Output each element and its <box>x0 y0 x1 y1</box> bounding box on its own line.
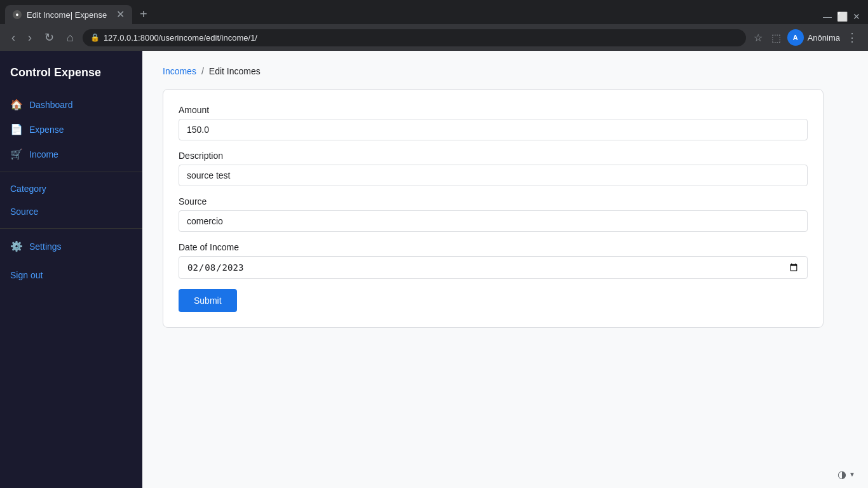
sidebar-item-dashboard[interactable]: 🏠 Dashboard <box>0 92 142 117</box>
breadcrumb-parent-link[interactable]: Incomes <box>163 66 196 76</box>
signout-label: Sign out <box>10 270 43 280</box>
sidebar-label-expense: Expense <box>29 125 64 135</box>
description-group: Description <box>179 151 808 186</box>
source-group: Source <box>179 196 808 232</box>
tab-favicon: ● <box>13 10 22 19</box>
sidebar-item-expense[interactable]: 📄 Expense <box>0 117 142 142</box>
breadcrumb: Incomes / Edit Incomes <box>163 66 848 76</box>
tab-title: Edit Income| Expense <box>27 10 111 20</box>
forward-button[interactable]: › <box>24 30 36 46</box>
breadcrumb-separator: / <box>201 66 204 76</box>
window-controls: — ⬜ ✕ <box>815 9 868 24</box>
sidebar-item-signout[interactable]: Sign out <box>0 264 142 287</box>
back-button[interactable]: ‹ <box>8 30 19 46</box>
window-maximize-icon[interactable]: ⬜ <box>837 11 848 22</box>
theme-toggle-chevron: ▼ <box>849 471 855 478</box>
date-input[interactable] <box>179 256 808 279</box>
sidebar-label-income: Income <box>29 149 58 159</box>
tab-close-icon[interactable]: ✕ <box>116 10 125 20</box>
sidebar-label-category: Category <box>10 184 46 194</box>
sidebar-label-source: Source <box>10 207 38 217</box>
amount-input[interactable] <box>179 119 808 140</box>
window-close-icon[interactable]: ✕ <box>853 11 860 22</box>
submit-button[interactable]: Submit <box>179 289 237 312</box>
bookmark-icon[interactable]: ☆ <box>751 29 765 46</box>
edit-income-form-card: Amount Description Source Date of Income… <box>163 89 824 328</box>
sidebar-divider-2 <box>0 228 142 229</box>
split-view-icon[interactable]: ⬚ <box>769 29 783 46</box>
theme-toggle-icon: ◑ <box>837 468 846 480</box>
home-button[interactable]: ⌂ <box>63 30 78 46</box>
income-icon: 🛒 <box>10 148 23 160</box>
settings-icon: ⚙️ <box>10 240 23 252</box>
sidebar-item-category[interactable]: Category <box>0 177 142 200</box>
amount-label: Amount <box>179 105 808 115</box>
sidebar: Control Expense 🏠 Dashboard 📄 Expense 🛒 … <box>0 51 142 488</box>
source-label: Source <box>179 196 808 207</box>
sidebar-item-settings[interactable]: ⚙️ Settings <box>0 234 142 259</box>
app-title: Control Expense <box>0 61 142 92</box>
date-label: Date of Income <box>179 242 808 252</box>
description-label: Description <box>179 151 808 161</box>
expense-icon: 📄 <box>10 123 23 135</box>
window-minimize-icon[interactable]: — <box>823 11 832 22</box>
amount-group: Amount <box>179 105 808 140</box>
breadcrumb-current: Edit Incomes <box>209 66 261 76</box>
sidebar-label-dashboard: Dashboard <box>29 100 73 110</box>
main-content: Incomes / Edit Incomes Amount Descriptio… <box>142 51 868 488</box>
new-tab-button[interactable]: + <box>135 4 153 24</box>
theme-toggle[interactable]: ◑ ▼ <box>837 468 855 480</box>
sidebar-label-settings: Settings <box>29 241 62 252</box>
lock-icon: 🔒 <box>90 33 100 42</box>
browser-tab[interactable]: ● Edit Income| Expense ✕ <box>5 5 132 24</box>
description-input[interactable] <box>179 165 808 186</box>
address-bar[interactable]: 🔒 <box>83 29 746 46</box>
user-name: Anônima <box>808 33 840 43</box>
home-icon: 🏠 <box>10 98 23 111</box>
sidebar-item-source[interactable]: Source <box>0 200 142 223</box>
sidebar-nav: 🏠 Dashboard 📄 Expense 🛒 Income Category … <box>0 92 142 287</box>
reload-button[interactable]: ↻ <box>41 29 58 46</box>
source-input[interactable] <box>179 210 808 232</box>
sidebar-item-income[interactable]: 🛒 Income <box>0 142 142 166</box>
sidebar-divider-1 <box>0 172 142 172</box>
date-group: Date of Income <box>179 242 808 279</box>
url-input[interactable] <box>104 33 738 43</box>
menu-icon[interactable]: ⋮ <box>844 28 860 47</box>
user-avatar[interactable]: A <box>787 29 804 46</box>
